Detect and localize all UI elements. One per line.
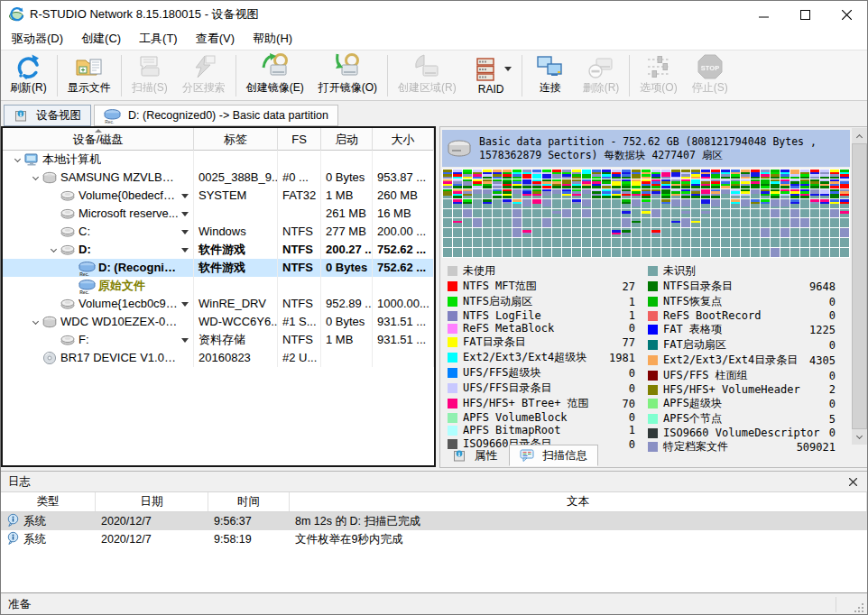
toolbar-separator — [121, 55, 122, 96]
scan-block — [681, 248, 690, 257]
legend-label: Ext2/Ext3/Ext4目录条目 — [663, 353, 798, 368]
tree-column-header[interactable]: 启动 — [321, 128, 373, 151]
fs-cell: FAT32 — [278, 187, 321, 205]
tab-device-view[interactable]: 设备视图 — [4, 105, 91, 126]
tab-recognized-partition[interactable]: Rec.D: (Recognized0) -> Basic data parti… — [94, 105, 338, 126]
dropdown-icon[interactable] — [181, 338, 189, 343]
scan-block — [820, 189, 829, 198]
expander-icon[interactable] — [28, 177, 42, 179]
scrollbar[interactable] — [852, 128, 867, 445]
scan-info-panel: Basic data partition - 752.62 GB (808121… — [439, 126, 868, 468]
log-date: 2020/12/7 — [96, 512, 208, 530]
tree-column-header[interactable]: 标签 — [194, 128, 278, 151]
scroll-thumb[interactable] — [852, 143, 867, 429]
expander-icon[interactable] — [46, 249, 60, 252]
tree-column-header[interactable]: FS — [278, 128, 321, 151]
scroll-down-button[interactable] — [852, 429, 867, 445]
log-row[interactable]: 系统2020/12/79:58:19文件枚举在9秒内完成 — [1, 530, 867, 548]
minimize-button[interactable] — [743, 1, 784, 28]
log-column-header[interactable]: 时间 — [208, 492, 290, 511]
legend-count: 1 — [629, 296, 648, 308]
scan-block — [582, 238, 591, 247]
log-column-header[interactable]: 日期 — [96, 492, 208, 511]
log-column-header[interactable]: 类型 — [1, 492, 96, 511]
menu-item-create[interactable]: 创建(C) — [72, 28, 130, 50]
tab-scan-info[interactable]: 扫描信息 — [509, 445, 598, 466]
scan-block — [800, 189, 809, 198]
tab-label: 属性 — [475, 448, 497, 464]
device-name: 原始文件 — [98, 277, 145, 295]
scan-block — [602, 218, 611, 227]
menu-item-help[interactable]: 帮助(H) — [244, 28, 301, 50]
tree-row[interactable]: Microsoft reserve...261 MB16 MB — [3, 205, 434, 223]
tree-row[interactable]: C:WindowsNTFS277 MB200.00 ... — [3, 223, 434, 241]
log-close-button[interactable] — [845, 474, 860, 489]
scan-block — [602, 209, 611, 218]
scan-block — [522, 218, 531, 227]
tree-row[interactable]: Rec.D: (Recognize...软件游戏NTFS0 Bytes752.6… — [3, 259, 434, 277]
scan-block — [671, 189, 680, 198]
log-row[interactable]: 系统2020/12/79:56:378m 12s 的 D: 扫描已完成 — [1, 512, 867, 530]
expander-icon[interactable] — [10, 159, 24, 161]
scan-block — [483, 209, 492, 218]
scan-block — [463, 189, 472, 198]
tree-column-header[interactable]: 设备/磁盘 — [3, 128, 194, 151]
tree-row[interactable]: BR17 DEVICE V1.00 1....20160823#2 U... — [3, 349, 434, 367]
show-files-button[interactable]: 显示文件 — [60, 52, 118, 99]
log-column-header[interactable]: 文本 — [290, 492, 867, 511]
tree-row[interactable]: D:软件游戏NTFS200.27 ...752.62 ... — [3, 241, 434, 259]
disk-icon — [42, 170, 57, 185]
resize-grip[interactable] — [854, 602, 864, 613]
menu-item-view[interactable]: 查看(V) — [187, 28, 244, 50]
fs-cell: NTFS — [278, 331, 321, 349]
start-cell: 0 Bytes — [321, 259, 373, 277]
dropdown-icon[interactable] — [181, 212, 189, 216]
scan-block — [661, 179, 670, 188]
expander-icon[interactable] — [28, 321, 42, 324]
scan-sub-tabs: 属性扫描信息 — [442, 444, 598, 466]
tree-row[interactable]: Volume{0bedecf0-...SYSTEMFAT321 MB260 MB — [3, 187, 434, 205]
dropdown-icon[interactable] — [181, 230, 189, 234]
dropdown-icon[interactable] — [181, 194, 189, 198]
menu-item-drive[interactable]: 驱动器(D) — [3, 28, 72, 50]
tree-row[interactable]: Rec.原始文件 — [3, 277, 434, 295]
scan-block — [493, 189, 502, 198]
tree-column-header[interactable]: 大小 — [373, 128, 434, 151]
refresh-button[interactable]: 刷新(R) — [3, 52, 54, 99]
scan-block — [830, 228, 839, 237]
tree-row[interactable]: 本地计算机 — [3, 151, 434, 169]
close-button[interactable] — [826, 1, 867, 28]
size-cell: 931.51 ... — [373, 331, 434, 349]
show-files-icon — [75, 52, 104, 79]
raid-dropdown-icon[interactable] — [504, 67, 512, 71]
legend-label: 特定档案文件 — [663, 439, 728, 454]
scroll-up-button[interactable] — [852, 128, 867, 143]
connect-button[interactable]: 连接 — [525, 52, 576, 99]
legend-color-chip — [448, 383, 457, 393]
legend-color-chip — [448, 281, 457, 291]
tree-row[interactable]: SAMSUNG MZVLB1T0...0025_388B_9...#0 ...0… — [3, 169, 434, 187]
fs-cell — [278, 151, 321, 169]
dropdown-icon[interactable] — [181, 248, 189, 252]
scan-block — [552, 199, 561, 208]
connect-icon — [536, 52, 565, 79]
raid-button[interactable]: RAID — [464, 52, 519, 99]
tree-row[interactable]: WDC WD10EZEX-08W...WD-WCC6Y6...#1 S...0 … — [3, 313, 434, 331]
open-image-button[interactable]: 打开镜像(O) — [311, 52, 384, 99]
tree-row[interactable]: F:资料存储NTFS1 MB931.51 ... — [3, 331, 434, 349]
scan-block — [463, 170, 472, 179]
legend-color-chip — [648, 385, 658, 395]
tree-row[interactable]: Volume{1ecb0c98-...WinRE_DRVNTFS952.89 .… — [3, 295, 434, 313]
menu-item-tools[interactable]: 工具(T) — [130, 28, 187, 50]
scan-block — [761, 238, 770, 247]
maximize-button[interactable] — [784, 1, 826, 28]
scan-block — [612, 170, 621, 179]
scan-block-map[interactable] — [442, 169, 850, 258]
dropdown-icon[interactable] — [181, 302, 189, 307]
tab-properties[interactable]: 属性 — [442, 445, 507, 466]
label-cell: SYSTEM — [194, 187, 278, 205]
scan-block — [622, 170, 631, 179]
create-image-button[interactable]: 创建镜像(E) — [239, 52, 311, 99]
log-type: 系统 — [23, 514, 46, 529]
start-cell — [321, 349, 373, 367]
